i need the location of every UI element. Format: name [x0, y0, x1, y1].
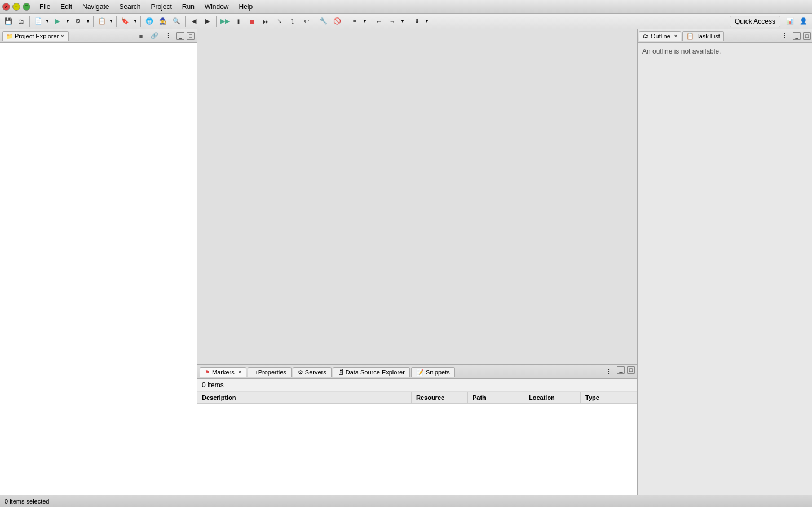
- prev-edit-button[interactable]: ◀: [188, 15, 200, 28]
- markers-icon: ⚑: [205, 369, 210, 376]
- pause-button[interactable]: ⏸: [232, 15, 245, 28]
- center-panel: ⚑ Markers × □ Properties ⚙ Servers 🗄 Dat…: [197, 29, 637, 495]
- menu-window[interactable]: Window: [200, 2, 233, 12]
- stepinto-button[interactable]: ↘: [273, 15, 285, 28]
- outline-message: An outline is not available.: [642, 47, 721, 55]
- stepover-button[interactable]: ⤵: [286, 15, 299, 28]
- tasklist-tab[interactable]: 📋 Task List: [682, 31, 724, 41]
- outline-body: An outline is not available.: [638, 43, 812, 495]
- project-explorer-close[interactable]: ×: [60, 33, 64, 39]
- col-location: Location: [524, 392, 581, 403]
- bookmark-button[interactable]: 🔖: [119, 15, 131, 28]
- save-all-button[interactable]: 🗂: [15, 15, 27, 28]
- markers-close[interactable]: ×: [239, 369, 241, 375]
- tasklist-icon: 📋: [686, 33, 694, 40]
- outline-icon: 🗂: [643, 33, 649, 39]
- menu-bar: File Edit Navigate Search Project Run Wi…: [35, 2, 257, 12]
- outline-tab[interactable]: 🗂 Outline ×: [639, 31, 681, 41]
- perspectives-button[interactable]: 👤: [797, 15, 810, 28]
- menu-navigate[interactable]: Navigate: [78, 2, 113, 12]
- project-maximize-button[interactable]: □: [187, 32, 195, 40]
- link-editor-button[interactable]: 🔗: [148, 30, 161, 42]
- col-description: Description: [197, 392, 412, 403]
- minimize-button[interactable]: −: [12, 3, 20, 11]
- col-type: Type: [581, 392, 637, 403]
- new-group: 📄 ▼: [32, 15, 50, 28]
- datasource-tab[interactable]: 🗄 Data Source Explorer: [333, 367, 410, 377]
- perspective-icons: 📊 👤: [784, 15, 810, 28]
- properties-icon: □: [253, 369, 257, 376]
- markers-table-body: [197, 404, 637, 495]
- run-last-button[interactable]: ▶: [51, 15, 64, 28]
- col-resource: Resource: [412, 392, 468, 403]
- maximize-button[interactable]: □: [23, 3, 30, 11]
- breakpoint-button[interactable]: 🚫: [331, 15, 343, 28]
- next-anno-button[interactable]: ⬇: [411, 15, 423, 28]
- bottom-maximize-btn[interactable]: □: [627, 366, 635, 374]
- collapse-dropdown[interactable]: ▼: [362, 15, 368, 28]
- collapse-all-button[interactable]: ≡: [348, 15, 361, 28]
- project-minimize-button[interactable]: _: [176, 32, 184, 40]
- right-panel: 🗂 Outline × 📋 Task List ⋮ _ □ An outline…: [637, 29, 812, 495]
- project-explorer-body: [0, 43, 197, 495]
- editor-area[interactable]: [197, 29, 637, 365]
- bottom-minimize-btn[interactable]: _: [617, 366, 625, 374]
- collapse-all-tree-button[interactable]: ≡: [135, 30, 147, 42]
- servers-tab[interactable]: ⚙ Servers: [293, 367, 332, 377]
- next-edit-button[interactable]: ▶: [201, 15, 214, 28]
- markers-tab[interactable]: ⚑ Markers ×: [200, 367, 246, 377]
- new-button[interactable]: 📄: [32, 15, 45, 28]
- resume-button[interactable]: ▶▶: [219, 15, 231, 28]
- disconnect-button[interactable]: ⏭: [259, 15, 272, 28]
- stepreturn-button[interactable]: ↩: [300, 15, 312, 28]
- perspective-button[interactable]: 📊: [784, 15, 796, 28]
- snippets-icon: 📝: [416, 369, 424, 376]
- back-button[interactable]: ←: [373, 15, 385, 28]
- quick-access-button[interactable]: Quick Access: [730, 16, 780, 27]
- bookmark-dropdown[interactable]: ▼: [133, 15, 138, 28]
- outline-label: Outline: [651, 33, 670, 39]
- bottom-menu-btn[interactable]: ⋮: [602, 366, 615, 378]
- nav-dropdown[interactable]: ▼: [400, 15, 405, 28]
- outline-menu-btn[interactable]: ⋮: [778, 30, 791, 42]
- menu-edit[interactable]: Edit: [56, 2, 77, 12]
- menu-search[interactable]: Search: [114, 2, 145, 12]
- properties-tab[interactable]: □ Properties: [248, 367, 292, 377]
- save-button[interactable]: 💾: [2, 15, 15, 28]
- new-dropdown[interactable]: ▼: [45, 15, 50, 28]
- window-controls: × − □: [2, 3, 30, 11]
- outline-maximize-btn[interactable]: □: [803, 32, 811, 40]
- external-dropdown[interactable]: ▼: [85, 15, 91, 28]
- project-explorer-tab[interactable]: 📁 Project Explorer ×: [2, 31, 69, 41]
- new-wizard-button[interactable]: 🧙: [157, 15, 169, 28]
- bottom-tabbar: ⚑ Markers × □ Properties ⚙ Servers 🗄 Dat…: [197, 365, 637, 379]
- close-button[interactable]: ×: [2, 3, 10, 11]
- external-tools-button[interactable]: ⚙: [72, 15, 84, 28]
- sep1: [29, 16, 30, 27]
- tree-menu-button[interactable]: ⋮: [162, 30, 174, 42]
- fwd-button[interactable]: →: [386, 15, 399, 28]
- outline-close[interactable]: ×: [674, 33, 677, 39]
- main-toolbar: 💾 🗂 📄 ▼ ▶ ▼ ⚙ ▼ 📋 ▼ 🔖 ▼ 🌐 🧙 🔍 ◀ ▶ ▶▶ ⏸ ⏹…: [0, 14, 812, 29]
- sep7: [315, 16, 315, 27]
- stop-button[interactable]: ⏹: [246, 15, 258, 28]
- outline-minimize-btn[interactable]: _: [793, 32, 801, 40]
- servers-icon: ⚙: [298, 369, 303, 376]
- snippets-tab[interactable]: 📝 Snippets: [411, 367, 455, 377]
- menu-run[interactable]: Run: [178, 2, 199, 12]
- col-path: Path: [468, 392, 524, 403]
- menu-project[interactable]: Project: [146, 2, 176, 12]
- run-dropdown[interactable]: ▼: [65, 15, 70, 28]
- project-explorer-tabbar: 📁 Project Explorer × ≡ 🔗 ⋮ _ □: [0, 29, 197, 43]
- browser-button[interactable]: 🌐: [143, 15, 156, 28]
- menu-file[interactable]: File: [35, 2, 55, 12]
- anno-dropdown[interactable]: ▼: [424, 15, 430, 28]
- sep2: [93, 16, 94, 27]
- search2-button[interactable]: 🔍: [170, 15, 183, 28]
- sep4: [140, 16, 141, 27]
- menu-help[interactable]: Help: [235, 2, 258, 12]
- open-task-button[interactable]: 📋: [96, 15, 108, 28]
- new-launch-button[interactable]: 🔧: [317, 15, 330, 28]
- skip-dropdown[interactable]: ▼: [108, 15, 114, 28]
- skip-group: 📋 ▼: [96, 15, 114, 28]
